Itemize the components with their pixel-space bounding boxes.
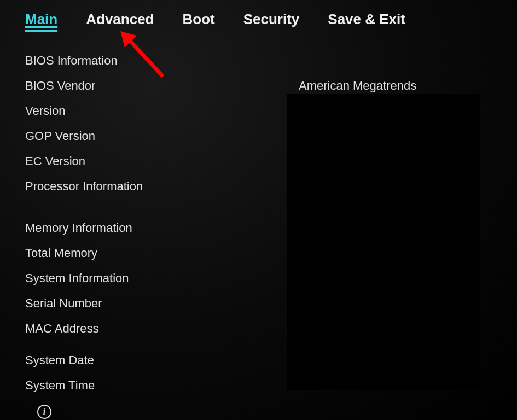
system-information-header: System Information — [25, 271, 299, 285]
bios-vendor-value: American Megatrends — [299, 79, 416, 93]
processor-information-header: Processor Information — [25, 179, 299, 194]
tab-save-exit[interactable]: Save & Exit — [328, 11, 405, 30]
bios-information-header: BIOS Information — [25, 54, 299, 68]
bios-vendor-label: BIOS Vendor — [25, 79, 299, 93]
tab-boot[interactable]: Boot — [183, 11, 215, 30]
ec-version-label: EC Version — [25, 154, 299, 168]
mac-address-label: MAC Address — [25, 322, 299, 336]
tab-bar: Main Advanced Boot Security Save & Exit — [0, 0, 517, 32]
system-time-label: System Time — [25, 378, 299, 393]
total-memory-label: Total Memory — [25, 246, 299, 260]
tab-main[interactable]: Main — [25, 11, 57, 32]
system-date-label: System Date — [25, 353, 299, 368]
redacted-values-block — [287, 94, 480, 390]
tab-security[interactable]: Security — [243, 11, 300, 30]
serial-number-label: Serial Number — [25, 296, 299, 311]
memory-information-header: Memory Information — [25, 221, 299, 235]
gop-version-label: GOP Version — [25, 129, 299, 143]
bios-vendor-row: BIOS Vendor American Megatrends — [25, 79, 517, 93]
bios-information-header-row: BIOS Information — [25, 54, 517, 68]
tab-advanced[interactable]: Advanced — [86, 11, 154, 30]
info-icon[interactable] — [37, 405, 51, 419]
version-label: Version — [25, 104, 299, 118]
